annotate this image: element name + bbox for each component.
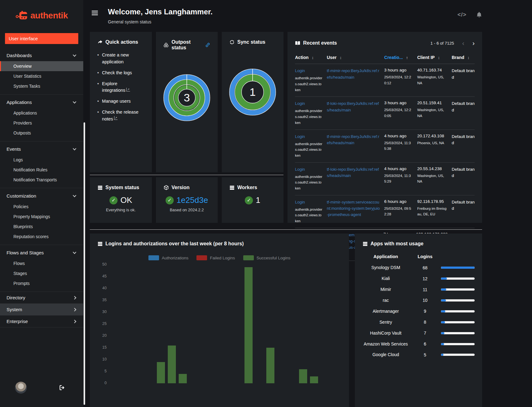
sidebar-item-flows[interactable]: Flows [0, 258, 83, 268]
sidebar-group-header-applications[interactable]: Applications [0, 96, 83, 108]
chevron-right-icon [73, 296, 76, 299]
event-user-link[interactable]: tf-mimir-repo:BeryJu/k8s:ref:refs/heads/… [327, 134, 380, 159]
event-brand: Default brand [452, 101, 475, 125]
chevron-right-icon [73, 320, 76, 323]
events-column-header[interactable]: User↕ [327, 55, 380, 60]
sidebar-links: DirectorySystemEnterprise [0, 292, 83, 327]
quick-action-item: •Create a new application [97, 52, 144, 66]
sidebar-item-notification-transports[interactable]: Notification Transports [0, 175, 83, 185]
event-user-link[interactable]: tf-mimir-system:serviceaccount:monitorin… [327, 199, 380, 224]
sort-icon[interactable]: ↕ [467, 55, 470, 60]
pagination-next-icon[interactable]: › [472, 39, 475, 47]
sidebar-group-header-events[interactable]: Events [0, 143, 83, 155]
sidebar-item-stages[interactable]: Stages [0, 268, 83, 278]
event-user-link[interactable]: tf-loki-repo:BeryJu/k8s:ref:refs/heads/m… [327, 101, 380, 125]
quick-actions-list: •Create a new application•Check the logs… [97, 52, 144, 122]
logins-chart-plot: 50454035302520151050 [97, 265, 341, 396]
sort-icon[interactable]: ↕ [438, 55, 440, 60]
authentik-logo-icon [16, 11, 29, 21]
version-description: Based on 2024.2.2 [170, 208, 204, 212]
check-circle-icon: ✓ [245, 196, 253, 204]
pagination-prev-icon[interactable]: ‹ [462, 39, 464, 47]
sidebar-item-prompts[interactable]: Prompts [0, 278, 83, 288]
sidebar-group-header-flows-and-stages[interactable]: Flows and Stages [0, 247, 83, 258]
api-code-icon[interactable]: </> [457, 12, 467, 18]
sidebar-item-logs[interactable]: Logs [0, 155, 83, 165]
link-icon[interactable] [205, 42, 210, 48]
system-status-value: OK [120, 195, 132, 205]
sidebar-item-system-tasks[interactable]: System Tasks [0, 81, 83, 91]
events-column-header[interactable]: Brand↕ [452, 55, 475, 60]
chevron-down-icon [73, 100, 76, 103]
event-ip-cell: 40.71.163.74Washington, US, NA [417, 68, 447, 93]
notifications-bell-icon[interactable] [476, 11, 482, 18]
sidebar-item-property-mappings[interactable]: Property Mappings [0, 212, 83, 222]
app-login-count: 68 [414, 265, 437, 270]
legend-label: Authorizations [162, 256, 189, 260]
sort-icon[interactable]: ↕ [312, 55, 314, 60]
app-usage-bar-fill [441, 343, 444, 345]
sort-icon[interactable]: ↕ [340, 55, 342, 60]
sort-icon[interactable]: ↑ [406, 55, 408, 60]
sidebar-group-header-dashboards[interactable]: Dashboards [0, 50, 83, 61]
version-title: Version [172, 185, 190, 190]
logout-icon[interactable] [59, 385, 65, 391]
events-column-header[interactable]: Client IP↕ [417, 55, 447, 60]
sidebar-item-user-statistics[interactable]: User Statistics [0, 71, 83, 81]
event-user-link[interactable]: tf-mimir-repo:BeryJu/k8s:ref:refs/heads/… [327, 68, 380, 93]
app-usage-bar [441, 277, 475, 280]
chart-bar [299, 369, 307, 384]
event-action-link[interactable]: Login [295, 101, 305, 106]
scrollbar-thumb[interactable] [84, 122, 85, 405]
sidebar-item-enterprise[interactable]: Enterprise [0, 315, 83, 327]
sidebar-item-outposts[interactable]: Outposts [0, 128, 83, 138]
chart-bar [168, 346, 176, 384]
y-axis-tick: 40 [97, 286, 107, 290]
app-usage-bar-fill [441, 277, 447, 280]
event-client-ip: 20.55.14.238 [417, 166, 447, 171]
event-action-link[interactable]: Login [295, 68, 305, 73]
event-action-link[interactable]: Login [295, 167, 305, 172]
table-row: Loginauthentik.providers.oauth2.views.to… [295, 195, 475, 228]
quick-action-link[interactable]: Check the release notes↗ [102, 109, 144, 123]
sidebar-group-label: Applications [7, 100, 32, 105]
event-user-link[interactable]: tf-loki-repo:BeryJu/k8s:ref:refs/heads/m… [327, 166, 380, 191]
y-axis-tick: 30 [97, 310, 107, 314]
sidebar-link-label: Directory [7, 295, 25, 300]
app-usage-bar-fill [441, 354, 443, 356]
sidebar-item-providers[interactable]: Providers [0, 118, 83, 128]
events-pagination-top: 1 - 6 of 7125 ‹ › [430, 39, 475, 47]
app-login-count: 10 [414, 298, 437, 303]
sidebar-group-header-customization[interactable]: Customization [0, 190, 83, 202]
logins-chart-title: Logins and authorizations over the last … [105, 241, 244, 247]
app-usage-bar [441, 321, 475, 323]
sidebar-item-directory[interactable]: Directory [0, 292, 83, 303]
sidebar-item-reputation-scores[interactable]: Reputation scores [0, 232, 83, 242]
legend-item: Authorizations [148, 255, 189, 260]
sidebar-item-system[interactable]: System [0, 303, 83, 315]
user-interface-button[interactable]: User interface [5, 33, 78, 44]
quick-action-link[interactable]: Create a new application [102, 52, 144, 66]
events-table-header: Action↕User↕Creatio...↑Client IP↕Brand↕ [295, 55, 475, 64]
divider [90, 229, 482, 230]
sync-icon [229, 40, 235, 45]
quick-action-link[interactable]: Explore integrations↗ [102, 81, 144, 94]
sidebar-item-blueprints[interactable]: Blueprints [0, 222, 83, 232]
event-action-link[interactable]: Login [295, 200, 305, 204]
quick-action-link[interactable]: Check the logs [102, 70, 132, 76]
events-column-header[interactable]: Creatio...↑ [384, 55, 413, 60]
chart-bar [266, 348, 274, 383]
server-icon [97, 241, 103, 247]
event-brand: Default brand [452, 199, 475, 224]
events-column-header[interactable]: Action↕ [295, 55, 322, 60]
version-value-link[interactable]: 1e25d3e [177, 195, 208, 205]
quick-action-link[interactable]: Manage users [102, 98, 131, 105]
avatar[interactable] [15, 382, 27, 394]
sidebar-item-overview[interactable]: Overview [0, 61, 83, 71]
sidebar-item-applications[interactable]: Applications [0, 108, 83, 118]
hamburger-menu-icon[interactable] [92, 11, 98, 16]
authentik-logo[interactable]: authentik [0, 0, 83, 31]
event-action-link[interactable]: Login [295, 134, 305, 139]
sidebar-item-notification-rules[interactable]: Notification Rules [0, 165, 83, 175]
sidebar-item-policies[interactable]: Policies [0, 202, 83, 212]
